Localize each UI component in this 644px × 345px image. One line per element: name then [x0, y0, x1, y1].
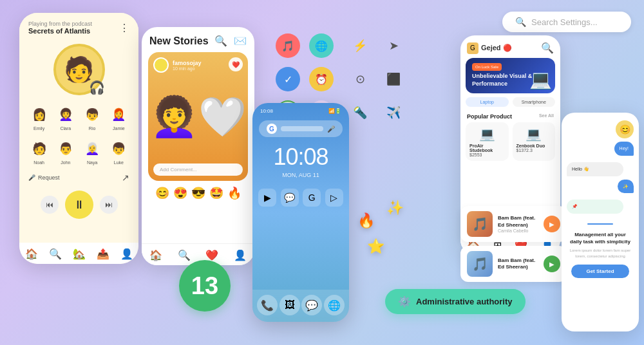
phone4-header: G Gejed 🔴 🔍	[460, 35, 560, 58]
friend-emily: 👩 Emily	[29, 104, 50, 131]
play-from-label: Playing from the podcast	[28, 21, 92, 27]
nav-search-icon[interactable]: 🔍	[49, 248, 62, 260]
phone4-banner: On Luck Sale Unbelievable Visual & Perfo…	[466, 58, 555, 93]
friend-clara: 👩‍🦱 Clara	[55, 104, 76, 131]
music-thumb-1: 🎵	[467, 211, 493, 237]
podcast-avatar: 🧑	[19, 44, 138, 95]
music-quick-icon[interactable]: 🎵	[276, 33, 300, 58]
story-user-avatar	[153, 57, 169, 73]
product-grid: 💻 ProAir Studebook $2553 💻 Zenbook Duo $…	[460, 122, 560, 161]
get-started-button[interactable]: Get Started	[571, 265, 629, 278]
see-all-link[interactable]: See All	[539, 113, 554, 120]
lockscreen-date: MON, AUG 11	[252, 172, 349, 178]
pause-button[interactable]: ⏸	[65, 191, 93, 219]
web-quick-icon[interactable]: 🌐	[309, 33, 334, 58]
share-icon[interactable]: ↗	[122, 172, 129, 183]
dock-messages-icon[interactable]: 💬	[301, 295, 322, 315]
music-play-button-1[interactable]: ▶	[544, 216, 560, 232]
app-icon-chat[interactable]: 💬	[281, 189, 299, 207]
search-icon: 🔍	[515, 17, 526, 27]
app-icon-google[interactable]: G	[303, 189, 321, 207]
store-name: Gejed 🔴	[481, 44, 512, 52]
flashlight-icon[interactable]: 🔦	[348, 100, 372, 125]
store-search-icon[interactable]: 🔍	[541, 42, 554, 54]
laptop-image: 💻	[529, 67, 552, 92]
toggle-icons: ⚡ ➤ ⊙ ⬛ 🔦 ✈️	[348, 33, 407, 126]
sale-badge: On Luck Sale	[472, 63, 502, 71]
search-bar[interactable]: 🔍 Search Settings...	[502, 12, 631, 32]
manage-section: Management all your daily task with simp…	[562, 227, 639, 281]
phone3-google-search[interactable]: G 🎤	[259, 120, 343, 137]
friend-naya: 👩‍🦳 Naya	[82, 138, 102, 165]
product-card-2[interactable]: 💻 Zenbook Duo $1372.3	[513, 122, 556, 161]
music-artist-1: Camila Cabello	[498, 228, 538, 233]
nav-house-icon[interactable]: 🏡	[73, 248, 86, 260]
more-options-icon[interactable]: ⋮	[119, 22, 129, 34]
phone1-actions: 🎤 Request ↗	[19, 170, 138, 185]
phone5-chat-area: 😊 Hey! Hello 👋 ✨ 📌	[562, 113, 639, 221]
friend-john: 👨 John	[55, 138, 76, 165]
music-card-1: 🎵 Bam Bam (feat. Ed Sheeran) Camila Cabe…	[460, 206, 567, 242]
gear-icon: ⚙️	[398, 295, 411, 308]
story-time: 10 min ago	[173, 66, 202, 71]
friend-luke: 👦 Luke	[108, 138, 129, 165]
stories-title: New Stories	[149, 35, 209, 47]
story-comment-input[interactable]: Add Comment...	[153, 163, 243, 176]
friend-rio: 👦 Rio	[82, 104, 102, 131]
chat-bubble-right-1: Hey!	[614, 142, 634, 156]
nav-heart-icon[interactable]: ❤️	[205, 249, 218, 261]
timer-icon[interactable]: ⊙	[348, 67, 372, 91]
search-icon[interactable]: 🔍	[214, 35, 227, 47]
lockscreen-time: 10:08	[252, 144, 349, 171]
phone3-lockscreen: 10:08 📶🔋 G 🎤 10:08 MON, AUG 11 ▶ 💬 G ▷ 📞…	[252, 103, 349, 322]
search-bar-input[interactable]	[281, 126, 323, 131]
timer-quick-icon[interactable]: ⏰	[309, 67, 334, 91]
music-card-2: 🎵 Bam Bam (feat. Ed Sheeran) ▶	[460, 246, 567, 282]
chat-bubble-green: 📌	[567, 200, 623, 214]
nav-home-icon[interactable]: 🏠	[25, 248, 38, 260]
dock-gallery-icon[interactable]: 🖼	[279, 295, 300, 315]
chat-avatar: 😊	[616, 120, 634, 138]
tab-smartphone[interactable]: Smartphone	[513, 97, 556, 107]
app-icon-play[interactable]: ▷	[325, 189, 343, 207]
airplane-icon[interactable]: ✈️	[381, 100, 406, 125]
nav-home-icon[interactable]: 🏠	[149, 249, 162, 261]
music-play-button-2[interactable]: ▶	[544, 256, 560, 272]
admin-authority-badge[interactable]: ⚙️ Administrative authority	[385, 289, 526, 314]
nav-profile-icon[interactable]: 👤	[120, 248, 133, 260]
phone1-header: Playing from the podcast Secrets of Atla…	[19, 13, 138, 39]
check-quick-icon[interactable]: ✓	[276, 67, 300, 91]
bluetooth-icon[interactable]: ⚡	[348, 33, 372, 58]
nav-search-icon[interactable]: 🔍	[178, 249, 191, 261]
store-logo-icon: G	[467, 42, 478, 54]
request-button[interactable]: 🎤 Request	[28, 172, 60, 183]
phone1-podcast-player: Playing from the podcast Secrets of Atla…	[19, 13, 138, 264]
previous-button[interactable]: ⏮	[41, 196, 59, 214]
app-icon-youtube[interactable]: ▶	[258, 189, 276, 207]
manage-subtitle: Lorem ipsum dolor lorem fam super lorem,…	[568, 248, 632, 259]
nav-share-icon[interactable]: 📤	[97, 248, 109, 260]
dock-phone-icon[interactable]: 📞	[257, 295, 278, 315]
nav-profile-icon[interactable]: 👤	[234, 249, 247, 261]
message-icon[interactable]: ✉️	[234, 35, 247, 47]
tab-laptop[interactable]: Laptop	[466, 97, 509, 107]
story-card[interactable]: 👩‍🦱🤍 famosojay 10 min ago ❤️ Add Comment…	[148, 52, 248, 181]
friends-row-1: 👩 Emily 👩‍🦱 Clara 👦 Rio 👩‍🦰 Jamie	[19, 100, 138, 135]
story-like-icon[interactable]: ❤️	[229, 57, 243, 71]
crop-icon[interactable]: ⬛	[381, 67, 406, 91]
player-controls: ⏮ ⏸ ⏭	[19, 191, 138, 219]
phone2-stories: New Stories 🔍 ✉️ 👩‍🦱🤍 famosojay 10 min a…	[142, 27, 254, 265]
avatar-circle: 🧑	[53, 44, 105, 95]
dock-chrome-icon[interactable]: 🌐	[324, 295, 345, 315]
divider	[587, 223, 613, 225]
chat-bubble-right-2: ✨	[618, 180, 634, 194]
friend-noah: 🧑 Noah	[29, 138, 50, 165]
location-icon[interactable]: ➤	[381, 33, 406, 58]
next-button[interactable]: ⏭	[100, 196, 118, 214]
friend-jamie: 👩‍🦰 Jamie	[108, 104, 129, 131]
product-card-1[interactable]: 💻 ProAir Studebook $2553	[466, 122, 509, 161]
chat-bubble-left-1: Hello 👋	[567, 162, 623, 176]
phone2-header-icons: 🔍 ✉️	[214, 35, 247, 47]
music-title-1: Bam Bam (feat. Ed Sheeran)	[498, 215, 538, 228]
mic-icon[interactable]: 🎤	[327, 126, 335, 133]
